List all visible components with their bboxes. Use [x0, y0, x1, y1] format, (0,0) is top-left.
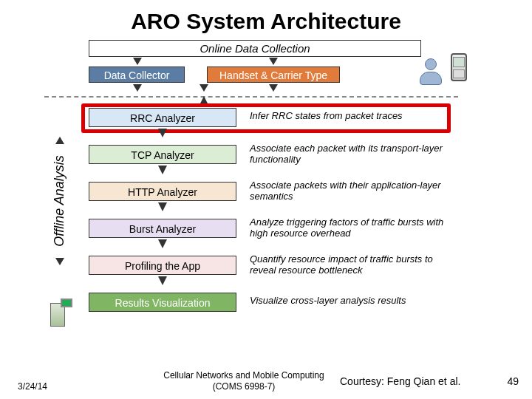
user-icon: [418, 58, 443, 86]
stage-rrc-analyzer: RRC Analyzer: [89, 108, 236, 127]
arrow-down-icon: [133, 84, 142, 92]
handset-carrier-box: Handset & Carrier Type: [207, 66, 340, 83]
stage-profiling-the-app: Profiling the App: [89, 256, 236, 275]
arrow-up-icon: [200, 96, 208, 105]
stage-http-analyzer: HTTP Analyzer: [89, 182, 236, 201]
stage-tcp-analyzer: TCP Analyzer: [89, 145, 236, 164]
arrow-down-icon: [158, 129, 167, 137]
arrow-down-icon: [269, 84, 278, 92]
arrow-down-icon: [158, 202, 167, 211]
stage-desc: Analyze triggering factors of traffic bu…: [250, 217, 449, 239]
stage-desc: Associate packets with their application…: [250, 180, 449, 202]
offline-analysis-label: Offline Analysis: [52, 127, 67, 275]
arrow-down-icon: [200, 84, 208, 92]
page-number: 49: [507, 375, 519, 387]
stage-desc: Infer RRC states from packet traces: [250, 111, 449, 122]
stage-desc: Associate each packet with its transport…: [250, 143, 449, 166]
page-title: ARO System Architecture: [0, 0, 532, 40]
online-offline-divider: [44, 96, 458, 98]
arrow-down-icon: [269, 58, 278, 65]
footer-course: Cellular Networks and Mobile Computing (…: [155, 370, 332, 392]
arrow-down-icon: [158, 276, 167, 285]
online-data-collection-header: Online Data Collection: [89, 40, 421, 57]
stage-desc: Quantify resource impact of traffic burs…: [250, 254, 449, 276]
architecture-diagram: Online Data Collection Data Collector Ha…: [59, 40, 510, 350]
footer-courtesy: Courtesy: Feng Qian et al.: [340, 375, 460, 387]
arrow-down-icon: [158, 239, 167, 248]
stage-results-visualization: Results Visualization: [89, 293, 236, 312]
stage-burst-analyzer: Burst Analyzer: [89, 219, 236, 238]
data-collector-box: Data Collector: [89, 66, 185, 83]
arrow-down-icon: [158, 166, 167, 174]
footer-date: 3/24/14: [18, 381, 47, 392]
stage-desc: Visualize cross-layer analysis results: [250, 296, 449, 307]
server-icon: [50, 299, 72, 328]
phone-icon: [451, 53, 467, 81]
arrow-down-icon: [133, 58, 142, 65]
